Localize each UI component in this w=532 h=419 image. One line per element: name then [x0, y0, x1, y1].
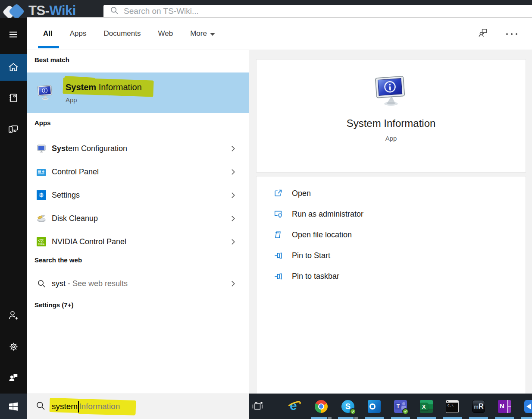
feedback-person-icon: [8, 372, 19, 383]
start-button[interactable]: [0, 394, 27, 419]
action-open[interactable]: Open: [257, 183, 526, 204]
desktop-screen: TS-Wiki Search on TS-Wiki...: [0, 0, 532, 419]
running-indicator: [365, 417, 384, 419]
active-tab-indicator: [38, 46, 59, 48]
settings-gear-icon: [37, 190, 46, 200]
windows-search-flyout: All Apps Documents Web More Best match: [27, 18, 532, 394]
preview-type: App: [385, 135, 397, 142]
action-pin-to-taskbar[interactable]: Pin to taskbar: [257, 266, 526, 287]
best-match-result[interactable]: System Information App: [27, 72, 249, 113]
actions-card: Open Run as administrator Open file loca…: [256, 176, 526, 394]
best-match-header: Best match: [34, 56, 69, 63]
result-label: NVIDIA Control Panel: [52, 237, 126, 246]
pin-icon: [273, 251, 283, 260]
result-web-search[interactable]: syst - See web results: [27, 272, 249, 295]
running-indicator: [521, 417, 532, 419]
result-control-panel[interactable]: Control Panel: [27, 160, 249, 183]
action-run-as-administrator[interactable]: Run as administrator: [257, 204, 526, 224]
taskbar-excel[interactable]: X: [419, 400, 433, 413]
wiki-search-placeholder: Search on TS-Wiki...: [124, 6, 199, 16]
status-check-badge: [402, 408, 409, 415]
task-view-button[interactable]: [250, 400, 264, 413]
result-nvidia-control-panel[interactable]: NVIDIA NVIDIA Control Panel: [27, 230, 249, 253]
tab-web[interactable]: Web: [158, 29, 173, 38]
tab-all[interactable]: All: [43, 29, 53, 38]
search-icon: [35, 400, 46, 413]
web-section-header: Search the web: [34, 256, 82, 264]
open-icon: [273, 189, 283, 198]
chrome-icon: [315, 400, 328, 413]
action-pin-to-start[interactable]: Pin to Start: [257, 245, 526, 266]
wiki-search-input[interactable]: Search on TS-Wiki...: [103, 5, 532, 18]
result-label: Disk Cleanup: [52, 214, 98, 223]
chevron-down-icon: [210, 33, 215, 36]
chevron-right-icon[interactable]: [230, 215, 236, 222]
tab-apps[interactable]: Apps: [70, 29, 87, 38]
settings-section-header: Settings (7+): [34, 301, 73, 309]
logo-text: TS-Wiki: [28, 3, 76, 18]
result-disk-cleanup[interactable]: Disk Cleanup: [27, 207, 249, 230]
result-system-configuration[interactable]: System Configuration: [27, 137, 249, 160]
rail-item-home[interactable]: [0, 54, 27, 81]
task-view-icon: [251, 400, 264, 413]
result-settings[interactable]: Settings: [27, 183, 249, 207]
feedback-icon: [477, 27, 489, 39]
taskbar-chrome[interactable]: [314, 400, 328, 413]
windows-logo-icon: [8, 401, 19, 412]
rail-item-add-account[interactable]: [0, 302, 27, 329]
chevron-right-icon[interactable]: [230, 192, 236, 198]
action-open-file-location[interactable]: Open file location: [257, 224, 526, 245]
mremoteng-icon: mR: [472, 400, 485, 413]
browser-titlebar: TS-Wiki Search on TS-Wiki...: [0, 0, 532, 18]
taskbar-outlook[interactable]: [367, 400, 381, 413]
chevron-right-icon[interactable]: [230, 280, 236, 287]
notebook-icon: [8, 92, 19, 104]
skype-icon: S: [341, 400, 354, 413]
ts-wiki-logo[interactable]: TS-Wiki: [4, 3, 76, 18]
chevron-right-icon[interactable]: [230, 169, 236, 175]
taskbar-internet-explorer[interactable]: e: [288, 400, 301, 413]
chevron-right-icon[interactable]: [230, 239, 236, 245]
home-icon: [7, 61, 19, 73]
tab-more[interactable]: More: [190, 29, 215, 38]
feedback-button[interactable]: [477, 27, 489, 41]
result-label: Control Panel: [52, 167, 99, 176]
chevron-right-icon[interactable]: [230, 145, 236, 152]
rail-item-devices[interactable]: [0, 116, 27, 142]
taskbar-teams[interactable]: T: [394, 400, 407, 413]
result-label: syst - See web results: [52, 279, 128, 288]
taskbar-mremoteng[interactable]: mR: [472, 400, 485, 413]
search-results-column: Best match: [27, 50, 249, 394]
gear-icon: [8, 341, 19, 353]
taskbar-skype[interactable]: S: [341, 400, 355, 413]
internet-explorer-icon: e: [288, 400, 301, 413]
taskbar-onenote[interactable]: N: [498, 400, 511, 413]
system-information-icon: [37, 83, 54, 102]
taskbar-teamviewer[interactable]: [524, 400, 532, 413]
best-match-title: System Information: [66, 82, 142, 92]
tab-documents[interactable]: Documents: [103, 29, 141, 38]
more-options-button[interactable]: [506, 33, 517, 35]
taskbar: e S T X C:\ mR: [249, 394, 532, 419]
typed-query: system: [52, 402, 78, 411]
taskbar-command-prompt[interactable]: C:\: [445, 400, 459, 413]
search-icon: [37, 279, 46, 288]
outlook-icon: [368, 400, 381, 413]
status-check-badge: [350, 408, 356, 415]
running-indicator: [495, 417, 514, 419]
apps-section-header: Apps: [34, 119, 51, 126]
rail-item-feedback[interactable]: [0, 364, 27, 391]
admin-shield-icon: [273, 209, 283, 219]
add-user-icon: [7, 309, 19, 321]
rail-item-settings[interactable]: [0, 333, 27, 360]
running-indicator-group: [328, 417, 332, 419]
command-prompt-icon: C:\: [446, 400, 459, 413]
rail-item-journal[interactable]: [0, 85, 27, 111]
best-match-type: App: [66, 96, 142, 104]
search-filter-tabbar: All Apps Documents Web More: [27, 18, 532, 50]
hamburger-menu-button[interactable]: [0, 21, 27, 48]
taskbar-search-input[interactable]: system Information: [27, 394, 249, 419]
system-configuration-icon: [37, 144, 46, 153]
onenote-icon: N: [498, 400, 511, 413]
control-panel-icon: [37, 167, 46, 176]
